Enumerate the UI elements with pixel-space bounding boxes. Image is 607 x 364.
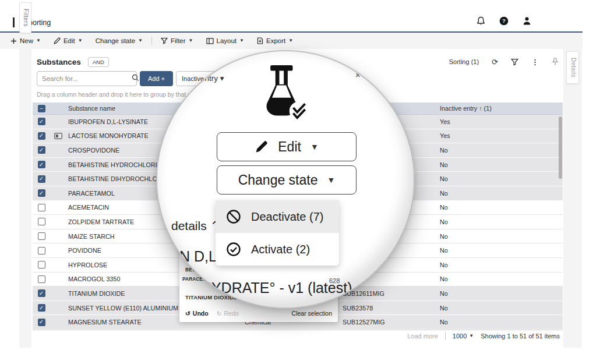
row-checkbox[interactable] [38,261,45,268]
refresh-icon[interactable]: ⟳ [492,58,498,66]
operator-badge[interactable]: AND [88,57,109,67]
magnified-details-fragment: details ⌃ [171,219,220,233]
sorting-label[interactable]: Sorting (1) [449,58,479,65]
bell-icon[interactable] [477,16,485,26]
left-rail [19,49,31,348]
chevron-down-icon: ▼ [138,38,143,43]
pencil-icon [255,140,269,154]
showing-label: Showing 1 to 51 of 51 items [481,333,560,340]
row-checkbox[interactable] [38,204,45,211]
right-rail [563,49,582,348]
redo-icon: ↻ [217,310,222,317]
funnel-icon[interactable] [511,58,518,66]
export-button[interactable]: Export▼ [250,33,299,49]
table-footer: Load more 1000▼ Showing 1 to 51 of 51 it… [407,332,560,340]
tab-filters[interactable]: Filters [19,2,31,33]
inactive-entry-cell: No [440,233,563,240]
row-checkbox[interactable]: ✓ [38,132,45,140]
inactive-entry-cell: No [440,290,563,297]
layout-button[interactable]: Layout▼ [200,33,250,49]
inactive-entry-cell: No [440,305,563,312]
inactive-entry-cell: No [440,175,563,182]
chevron-down-icon: ▼ [469,334,474,338]
substance-id-cell: SUB12611MIG [343,290,440,297]
row-checkbox[interactable]: ✓ [38,161,45,168]
inactive-entry-cell: No [440,275,563,282]
select-all-checkbox[interactable]: – [38,105,45,112]
column-header-inactive-entry[interactable]: Inactive entry ↑ (1) [440,105,563,112]
pin-icon[interactable] [552,58,559,66]
tab-details[interactable]: Details [566,51,579,84]
undo-button[interactable]: ↺Undo [185,310,209,317]
substance-id-cell: SUB23578 [343,305,440,312]
row-checkbox[interactable]: ✓ [38,319,45,326]
add-button[interactable]: Add + [140,71,173,86]
help-icon[interactable]: ? [499,16,509,26]
row-checkbox[interactable] [38,275,45,283]
funnel-icon [161,37,168,44]
lens-change-state-button[interactable]: Change state ▼ [217,165,357,195]
inactive-entry-cell: No [440,161,563,168]
filter-button[interactable]: Filter▼ [154,33,199,49]
no-entry-icon [226,209,241,224]
chevron-down-icon: ▼ [189,38,193,43]
action-toolbar: New▼ Edit▼ Change state▼ Filter▼ Layout▼… [0,33,583,49]
row-checkbox[interactable]: ✓ [38,304,45,312]
inactive-entry-cell: No [440,218,563,225]
pencil-icon [54,37,61,44]
inactive-entry-cell: Yes [440,118,563,125]
load-more-button[interactable]: Load more [407,333,438,340]
chevron-down-icon: ▼ [327,176,335,184]
svg-text:?: ? [502,17,506,24]
page-title: Substances [37,58,81,66]
record-card-icon [50,133,66,139]
group-by-hint: Drag a column header and drop it here to… [37,91,207,98]
redo-button[interactable]: ↻Redo [217,310,239,317]
inactive-entry-cell: No [440,147,563,154]
page-size-select[interactable]: 1000▼ [453,333,474,340]
row-checkbox[interactable] [38,232,45,240]
magnifier-lens: entry ▾ × Edit ▼ Change state ▼ details … [156,50,415,309]
row-checkbox[interactable] [38,247,45,255]
substance-id-cell: SUB12527MIG [343,319,440,326]
flask-icon [263,65,309,121]
clear-selection-button[interactable]: Clear selection [292,310,332,317]
row-checkbox[interactable]: ✓ [38,146,45,154]
chevron-down-icon: ▼ [310,143,319,151]
row-checkbox[interactable]: ✓ [38,118,45,125]
check-circle-icon [226,242,241,257]
user-icon[interactable] [523,16,531,26]
chevron-down-icon: ▼ [36,38,41,43]
change-state-button[interactable]: Change state▼ [89,33,149,49]
title-accent-bar [13,17,15,27]
inactive-entry-cell: No [440,319,563,326]
inactive-entry-cell: No [440,190,563,197]
row-checkbox[interactable]: ✓ [38,175,45,183]
app-window: Reporting ? New▼ Edit▼ Change state▼ [0,0,607,364]
inactive-entry-cell: No [440,247,563,254]
menu-item-deactivate[interactable]: Deactivate (7) [216,200,339,233]
magnified-id-fragment: 628 [329,277,340,284]
top-header: Reporting ? [0,0,583,31]
menu-item-activate[interactable]: Activate (2) [216,233,339,266]
row-checkbox[interactable]: ✓ [38,189,45,197]
chevron-down-icon: ▼ [239,38,244,43]
search-input[interactable] [42,75,132,82]
search-input-wrap [37,71,137,86]
edit-button[interactable]: Edit▼ [47,33,89,49]
row-checkbox[interactable]: ✓ [38,289,45,297]
inactive-entry-cell: No [440,204,563,211]
plus-icon [10,38,17,44]
lens-edit-button[interactable]: Edit ▼ [217,132,357,161]
module-title-wrap: Reporting [13,17,51,27]
inactive-entry-cell: No [440,261,563,268]
chevron-down-icon: ▼ [78,38,83,43]
new-button[interactable]: New▼ [0,33,47,49]
kebab-menu-icon[interactable]: ⋮ [531,58,539,66]
row-checkbox[interactable] [38,218,45,225]
chevron-down-icon: ▼ [288,38,293,43]
vertical-scrollbar[interactable] [559,116,562,179]
inactive-entry-cell: Yes [440,132,563,139]
change-state-menu: Deactivate (7) Activate (2) [216,200,339,266]
search-icon[interactable] [132,73,139,84]
